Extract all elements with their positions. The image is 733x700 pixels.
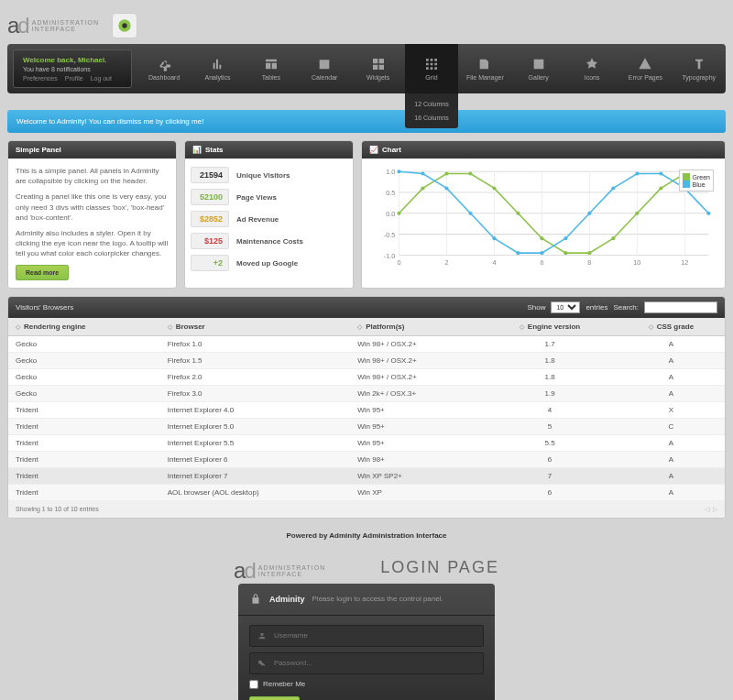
- table-title: Visitors' Browsers: [16, 303, 73, 312]
- svg-point-29: [468, 171, 472, 175]
- table-toolbar: Visitors' Browsers Show 10 entries Searc…: [8, 297, 725, 318]
- remember-me[interactable]: Remeber Me: [249, 680, 484, 689]
- nav-typography[interactable]: Typography: [673, 44, 726, 93]
- table-row[interactable]: GeckoFirefox 3.0Win 2k+ / OSX.3+1.9A: [8, 385, 725, 401]
- svg-point-50: [635, 171, 639, 175]
- gear-icon: [157, 57, 171, 71]
- remember-checkbox[interactable]: [249, 680, 258, 689]
- chart-icon: [211, 57, 225, 71]
- svg-text:1.0: 1.0: [386, 168, 395, 176]
- nav-dashboard[interactable]: Dashboard: [137, 44, 191, 93]
- nav-dd-item[interactable]: 12 Columns: [405, 97, 458, 111]
- simple-panel: Simple Panel This is a simple panel. All…: [7, 140, 177, 289]
- table-row[interactable]: TridentInternet Explorer 5.0Win 95+5C: [8, 418, 725, 434]
- table-row[interactable]: TridentInternet Explorer 7Win XP SP2+7A: [8, 467, 725, 484]
- pager-next[interactable]: ▷: [713, 506, 717, 513]
- typo-icon: [692, 57, 706, 71]
- nav-grid[interactable]: Grid12 Columns16 Columns: [405, 44, 458, 93]
- svg-point-32: [540, 236, 543, 240]
- table-row[interactable]: TridentInternet Explorer 5.5Win 95+5.5A: [8, 434, 725, 451]
- svg-point-47: [563, 236, 567, 240]
- svg-text:0.0: 0.0: [386, 210, 395, 218]
- table-row[interactable]: TridentInternet Explorer 4.0Win 95+4X: [8, 401, 725, 418]
- user-icon: [257, 631, 267, 640]
- nav-tables[interactable]: Tables: [245, 44, 298, 93]
- username-field[interactable]: [249, 625, 484, 647]
- stat-row: 21594Unique Visitors: [191, 164, 347, 186]
- svg-point-33: [563, 251, 567, 255]
- nav-error-pages[interactable]: Error Pages: [618, 44, 672, 93]
- svg-point-48: [587, 212, 591, 215]
- chart-legend: GreenBlue: [679, 170, 714, 191]
- stats-header[interactable]: 📊Stats: [185, 141, 353, 159]
- nav-icons[interactable]: Icons: [565, 44, 618, 93]
- key-icon: [257, 659, 267, 668]
- stat-value: $2852: [191, 211, 229, 227]
- styler-eye-button[interactable]: [112, 13, 137, 38]
- stats-list: 21594Unique Visitors52100Page Views$2852…: [185, 159, 353, 279]
- welcome-links: Preferences Profile Log out: [23, 75, 122, 82]
- eye-icon: [117, 18, 132, 33]
- table-header[interactable]: ◇Engine version: [482, 318, 617, 336]
- svg-point-1: [122, 23, 126, 27]
- username-input[interactable]: [274, 631, 476, 640]
- svg-point-53: [706, 212, 710, 215]
- svg-point-34: [587, 251, 591, 255]
- stat-row: 52100Page Views: [191, 186, 347, 208]
- table-row[interactable]: GeckoFirefox 1.0Win 98+ / OSX.2+1.7A: [8, 335, 725, 352]
- stat-row: +2Moved up Google: [191, 252, 347, 274]
- welcome-sub: You have 8 notifications: [23, 66, 122, 72]
- table-row[interactable]: GeckoFirefox 2.0Win 98+ / OSX.2+1.8A: [8, 368, 725, 385]
- stat-label: Unique Visitors: [236, 171, 290, 180]
- stat-value: +2: [191, 255, 229, 271]
- chart-svg: -1.0-0.50.00.51.0024681012: [369, 166, 717, 270]
- grid-icon: [424, 57, 439, 71]
- svg-text:4: 4: [492, 258, 496, 267]
- svg-text:-0.5: -0.5: [384, 231, 396, 239]
- chart-header[interactable]: 📈Chart: [362, 141, 725, 159]
- stat-label: Page Views: [236, 193, 277, 202]
- table-row[interactable]: GeckoFirefox 1.5Win 98+ / OSX.2+1.8A: [8, 352, 725, 368]
- pager-prev[interactable]: ◁: [705, 506, 709, 513]
- password-field[interactable]: [249, 652, 484, 674]
- svg-text:12: 12: [681, 258, 688, 267]
- nav-gallery[interactable]: Gallery: [512, 44, 565, 93]
- table-header[interactable]: ◇Platform(s): [350, 318, 482, 336]
- link-profile[interactable]: Profile: [65, 75, 83, 82]
- login-button[interactable]: LOGIN: [249, 696, 300, 701]
- stat-label: Ad Revenue: [236, 215, 279, 224]
- svg-point-42: [444, 186, 448, 190]
- nav-widgets[interactable]: Widgets: [351, 44, 404, 93]
- read-more-button[interactable]: Read more: [16, 265, 69, 280]
- nav-dd-item[interactable]: 16 Columns: [405, 111, 458, 125]
- stats-panel: 📊Stats 21594Unique Visitors52100Page Vie…: [184, 140, 354, 289]
- password-input[interactable]: [274, 659, 476, 667]
- entries-select[interactable]: 10: [551, 301, 580, 313]
- panel-header[interactable]: Simple Panel: [8, 141, 176, 159]
- login-logo: ad ADMINISTRATION INTERFACE: [234, 552, 325, 584]
- nav-file-manager[interactable]: File Manager: [458, 44, 511, 93]
- alert-banner[interactable]: Welcome to Adminity! You can dismiss me …: [7, 110, 726, 133]
- svg-text:2: 2: [444, 258, 448, 267]
- nav-calendar[interactable]: Calendar: [298, 44, 351, 93]
- svg-point-35: [611, 236, 615, 240]
- table-icon: [264, 57, 279, 71]
- main-nav: DashboardAnalyticsTablesCalendarWidgetsG…: [137, 44, 726, 93]
- search-input[interactable]: [644, 301, 717, 313]
- table-row[interactable]: TridentAOL browser (AOL desktop)Win XP6A: [8, 484, 725, 500]
- svg-point-31: [516, 212, 520, 215]
- pager: ◁ ▷: [705, 506, 717, 513]
- link-logout[interactable]: Log out: [91, 75, 112, 82]
- stat-value: 52100: [191, 189, 229, 205]
- gallery-icon: [531, 57, 546, 71]
- table-header[interactable]: ◇Rendering engine: [8, 318, 160, 336]
- error-icon: [638, 57, 652, 71]
- table-row[interactable]: TridentInternet Explorer 6Win 98+6A: [8, 451, 725, 467]
- login-subtitle: Please login to access the control panel…: [312, 595, 443, 603]
- table-header[interactable]: ◇Browser: [160, 318, 350, 336]
- table-header[interactable]: ◇CSS grade: [618, 318, 725, 336]
- login-title: Adminity: [269, 595, 305, 604]
- nav-analytics[interactable]: Analytics: [191, 44, 244, 93]
- link-preferences[interactable]: Preferences: [23, 75, 58, 82]
- welcome-title: Welcome back, Michael.: [23, 56, 122, 64]
